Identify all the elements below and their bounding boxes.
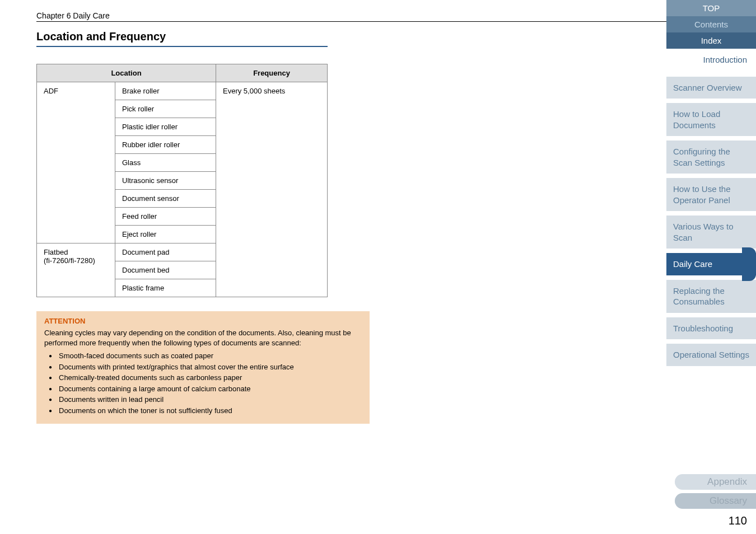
chapter-header: Chapter 6 Daily Care xyxy=(36,11,666,22)
nav-contents-link[interactable]: Contents xyxy=(666,16,756,32)
cell-part: Document bed xyxy=(115,261,216,279)
nav-configuring-scan[interactable]: Configuring the Scan Settings xyxy=(666,140,756,174)
cell-part: Feed roller xyxy=(115,208,216,226)
nav-scanner-overview[interactable]: Scanner Overview xyxy=(666,77,756,99)
nav-various-ways[interactable]: Various Ways to Scan xyxy=(666,216,756,249)
nav-operator-panel[interactable]: How to Use the Operator Panel xyxy=(666,178,756,211)
cell-part: Document sensor xyxy=(115,190,216,208)
attention-item: Documents on which the toner is not suff… xyxy=(49,405,362,416)
attention-item: Documents with printed text/graphics tha… xyxy=(49,362,362,373)
table-row: ADF Brake roller Every 5,000 sheets xyxy=(37,82,328,100)
cell-part: Rubber idler roller xyxy=(115,136,216,154)
attention-intro: Cleaning cycles may vary depending on th… xyxy=(44,328,362,348)
cell-location: Flatbed (fi-7260/fi-7280) xyxy=(37,243,115,297)
nav-daily-care[interactable]: Daily Care xyxy=(666,253,756,275)
table-header-frequency: Frequency xyxy=(216,64,328,82)
nav-appendix-link[interactable]: Appendix xyxy=(675,474,756,490)
nav-operational-settings[interactable]: Operational Settings xyxy=(666,344,756,366)
nav-replacing-consumables[interactable]: Replacing the Consumables xyxy=(666,280,756,313)
attention-item: Smooth-faced documents such as coated pa… xyxy=(49,350,362,362)
attention-item: Chemically-treated documents such as car… xyxy=(49,372,362,383)
sidebar-nav: TOP Contents Index Introduction Scanner … xyxy=(666,0,756,534)
cell-part: Pick roller xyxy=(115,100,216,118)
cell-part: Plastic frame xyxy=(115,279,216,297)
cell-part: Plastic idler roller xyxy=(115,118,216,136)
nav-troubleshooting[interactable]: Troubleshooting xyxy=(666,317,756,340)
main-content: Chapter 6 Daily Care Location and Freque… xyxy=(0,0,666,534)
attention-item: Documents containing a large amount of c… xyxy=(49,383,362,395)
nav-top-link[interactable]: TOP xyxy=(666,0,756,16)
cell-part: Brake roller xyxy=(115,82,216,100)
attention-list: Smooth-faced documents such as coated pa… xyxy=(49,350,362,416)
nav-how-to-load[interactable]: How to Load Documents xyxy=(666,103,756,136)
nav-glossary-link[interactable]: Glossary xyxy=(675,493,756,509)
table-header-location: Location xyxy=(37,64,216,82)
page-number: 110 xyxy=(729,514,747,527)
cell-part: Ultrasonic sensor xyxy=(115,172,216,190)
location-frequency-table: Location Frequency ADF Brake roller Ever… xyxy=(36,64,328,297)
attention-title: ATTENTION xyxy=(44,317,362,325)
cell-location: ADF xyxy=(37,82,115,243)
section-title: Location and Frequency xyxy=(36,30,328,47)
cell-part: Glass xyxy=(115,154,216,172)
nav-index-link[interactable]: Index xyxy=(666,32,756,49)
nav-introduction-link[interactable]: Introduction xyxy=(666,49,756,71)
cell-part: Eject roller xyxy=(115,226,216,243)
attention-item: Documents written in lead pencil xyxy=(49,394,362,405)
attention-box: ATTENTION Cleaning cycles may vary depen… xyxy=(36,311,370,424)
cell-part: Document pad xyxy=(115,243,216,261)
cell-frequency: Every 5,000 sheets xyxy=(216,82,328,297)
